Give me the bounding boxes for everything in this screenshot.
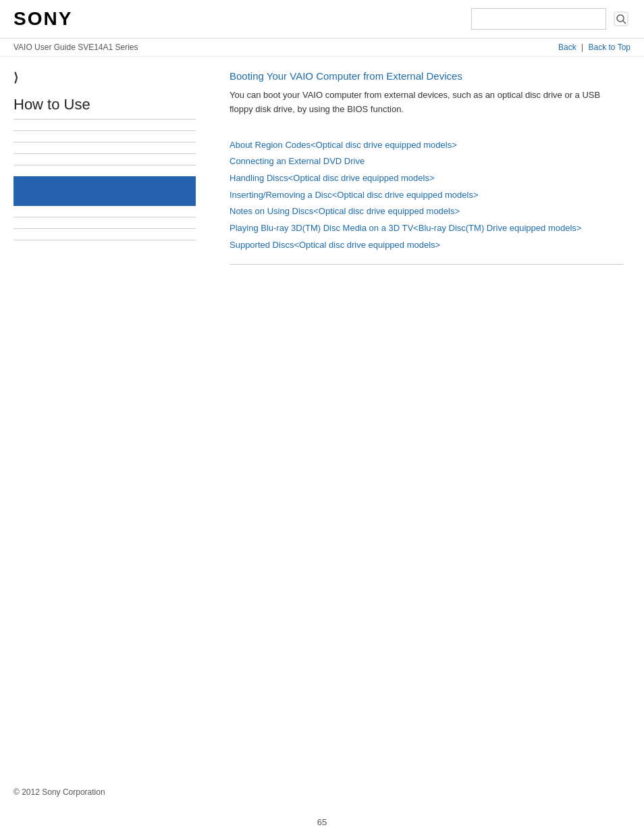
sidebar-divider-5 xyxy=(14,217,196,217)
sidebar-divider-4 xyxy=(14,165,196,165)
sony-logo: SONY xyxy=(14,8,72,30)
footer: © 2012 Sony Corporation 65 xyxy=(0,767,644,834)
link-3[interactable]: Handling Discs<Optical disc drive equipp… xyxy=(230,170,624,187)
links-section: About Region Codes<Optical disc drive eq… xyxy=(230,137,624,254)
search-box[interactable] xyxy=(471,8,606,30)
sidebar-highlight xyxy=(14,176,196,206)
sidebar-divider-1 xyxy=(14,130,196,131)
link-7[interactable]: Supported Discs<Optical disc drive equip… xyxy=(230,237,624,254)
guide-title: VAIO User Guide SVE14A1 Series xyxy=(14,43,138,52)
link-6[interactable]: Playing Blu-ray 3D(TM) Disc Media on a 3… xyxy=(230,220,624,237)
header: SONY xyxy=(0,0,644,38)
nav-bar: VAIO User Guide SVE14A1 Series Back | Ba… xyxy=(0,38,644,57)
content-description: You can boot your VAIO computer from ext… xyxy=(230,88,624,117)
sidebar-divider-3 xyxy=(14,153,196,154)
link-2[interactable]: Connecting an External DVD Drive xyxy=(230,153,624,170)
link-5[interactable]: Notes on Using Discs<Optical disc drive … xyxy=(230,203,624,220)
link-1[interactable]: About Region Codes<Optical disc drive eq… xyxy=(230,137,624,154)
main-content-title[interactable]: Booting Your VAIO Computer from External… xyxy=(230,70,624,82)
sidebar-divider-6 xyxy=(14,228,196,229)
link-4[interactable]: Inserting/Removing a Disc<Optical disc d… xyxy=(230,187,624,204)
search-icon[interactable] xyxy=(612,9,630,28)
copyright: © 2012 Sony Corporation xyxy=(0,767,644,804)
nav-separator: | xyxy=(581,43,583,52)
sidebar: ⟩ How to Use xyxy=(0,57,209,289)
content-divider xyxy=(230,264,624,265)
sidebar-divider-7 xyxy=(14,240,196,240)
nav-links: Back | Back to Top xyxy=(558,43,630,52)
sidebar-title: How to Use xyxy=(14,96,196,120)
sidebar-divider-2 xyxy=(14,142,196,142)
main-container: ⟩ How to Use Booting Your VAIO Computer … xyxy=(0,57,644,289)
sidebar-chevron[interactable]: ⟩ xyxy=(14,70,196,85)
content-area: Booting Your VAIO Computer from External… xyxy=(209,57,644,289)
back-link[interactable]: Back xyxy=(558,43,576,52)
back-to-top-link[interactable]: Back to Top xyxy=(589,43,630,52)
page-number: 65 xyxy=(0,804,644,834)
